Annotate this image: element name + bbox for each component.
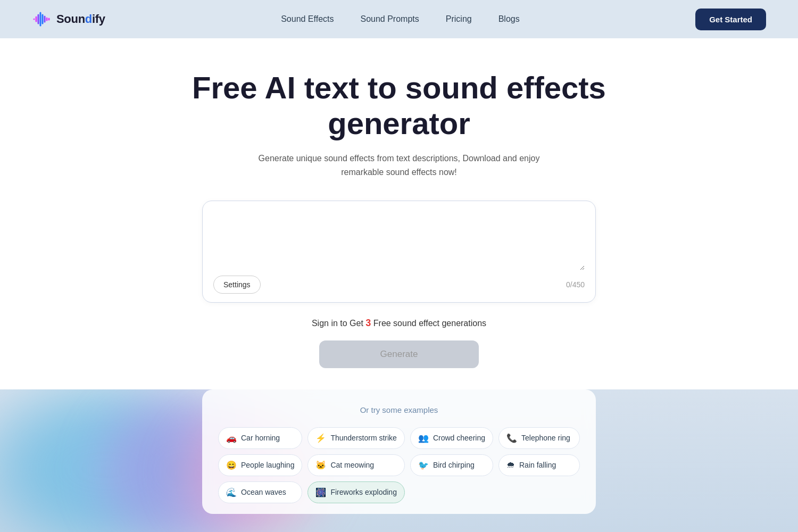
example-chip[interactable]: 📞Telephone ring [498,427,580,449]
chip-icon: 🐱 [315,460,326,470]
logo-text: Soundify [56,12,105,26]
free-count: 3 [365,318,371,328]
example-chip[interactable]: 🐦Bird chirping [410,454,493,476]
example-chip[interactable]: 👥Crowd cheering [410,427,493,449]
nav-sound-prompts[interactable]: Sound Prompts [360,14,419,23]
example-chip[interactable]: 😄People laughing [218,454,302,476]
chip-label: Thunderstorm strike [330,434,396,442]
examples-title: Or try some examples [218,405,580,414]
nav-blogs[interactable]: Blogs [498,14,520,23]
chip-label: Car horning [241,434,280,442]
prompt-textarea[interactable] [213,212,585,270]
generate-button[interactable]: Generate [319,340,479,368]
examples-card: Or try some examples 🚗Car horning⚡Thunde… [202,389,596,514]
main-content: Free AI text to sound effects generator … [0,38,798,389]
example-chip[interactable]: 🎆Fireworks exploding [307,481,405,503]
example-chip[interactable]: 🐱Cat meowing [307,454,405,476]
examples-section: Or try some examples 🚗Car horning⚡Thunde… [0,389,798,514]
chip-icon: 🌧 [506,460,515,470]
logo-waveform-icon [32,10,51,29]
chip-icon: 🌊 [226,487,237,497]
signin-text: Sign in to Get 3 Free sound effect gener… [312,318,486,329]
chip-icon: 🎆 [315,487,326,497]
navbar: Soundify Sound Effects Sound Prompts Pri… [0,0,798,38]
chip-label: Ocean waves [241,488,286,496]
example-chip[interactable]: 🌧Rain falling [498,454,580,476]
chip-icon: ⚡ [315,433,326,443]
nav-pricing[interactable]: Pricing [446,14,472,23]
nav-sound-effects[interactable]: Sound Effects [281,14,334,23]
chip-icon: 📞 [506,433,517,443]
chip-icon: 🚗 [226,433,237,443]
char-count: 0/450 [566,280,585,289]
nav-links: Sound Effects Sound Prompts Pricing Blog… [281,14,520,24]
chip-icon: 😄 [226,460,237,470]
example-chip[interactable]: ⚡Thunderstorm strike [307,427,405,449]
example-chip[interactable]: 🚗Car horning [218,427,302,449]
chip-label: People laughing [241,461,294,469]
chip-icon: 👥 [418,433,429,443]
examples-grid: 🚗Car horning⚡Thunderstorm strike👥Crowd c… [218,427,580,503]
input-footer: Settings 0/450 [213,276,585,294]
logo: Soundify [32,10,105,29]
input-box: Settings 0/450 [202,201,596,303]
chip-label: Telephone ring [521,434,570,442]
hero-subtitle: Generate unique sound effects from text … [250,152,548,179]
chip-label: Fireworks exploding [330,488,397,496]
chip-label: Crowd cheering [433,434,485,442]
settings-button[interactable]: Settings [213,276,261,294]
chip-label: Bird chirping [433,461,475,469]
example-chip[interactable]: 🌊Ocean waves [218,481,302,503]
chip-label: Rain falling [519,461,556,469]
chip-icon: 🐦 [418,460,429,470]
chip-label: Cat meowing [330,461,374,469]
get-started-button[interactable]: Get Started [695,9,766,30]
hero-title: Free AI text to sound effects generator [170,70,628,141]
